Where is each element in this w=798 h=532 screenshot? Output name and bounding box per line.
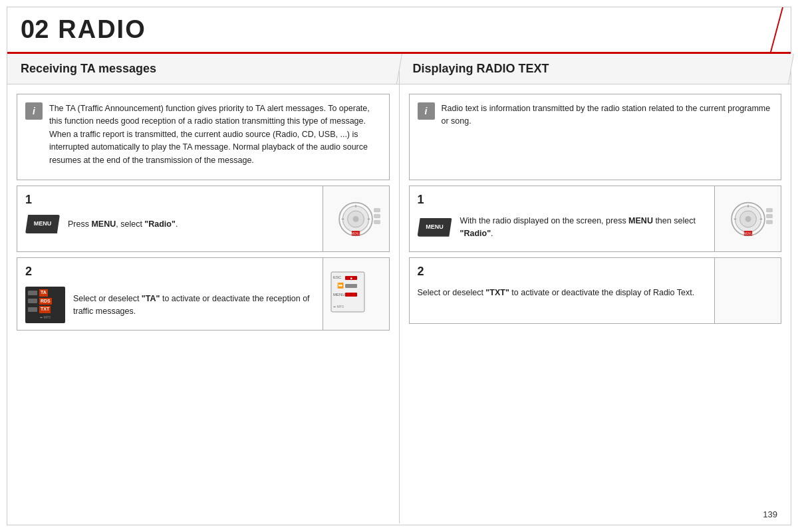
step2-content-right: 2 Select or deselect "TXT" to activate o…: [410, 258, 715, 323]
ta-row-1: TA: [28, 289, 63, 297]
step1-box-left: 1 MENU Press MENU, select "Radio".: [17, 186, 390, 252]
radio-dial-svg-left1: MENU: [329, 196, 382, 242]
section-left-title: Receiving TA messages: [21, 62, 156, 75]
header-diagonal-decoration: [732, 7, 783, 52]
svg-text:⏩: ⏩: [337, 282, 344, 289]
svg-rect-18: [345, 284, 357, 288]
section-right-title: Displaying RADIO TEXT: [413, 62, 549, 75]
svg-rect-31: [766, 214, 772, 217]
content-area: i The TA (Traffic Announcement) function…: [7, 84, 791, 523]
menu-button-icon-right1: MENU: [418, 218, 452, 237]
step1-content-right: 1 MENU With the radio displayed on the s…: [410, 186, 715, 251]
step2-instruction-left: TA RDS TXT ⬌ MP3 Sel: [25, 287, 315, 323]
step2-text-right: Select or deselect "TXT" to activate or …: [418, 287, 695, 299]
chapter-number: 02: [21, 15, 49, 44]
radio-dial-svg-right1: MENU: [722, 196, 775, 242]
info-text-left: The TA (Traffic Announcement) function g…: [49, 102, 381, 172]
svg-rect-30: [766, 208, 772, 211]
info-box-left: i The TA (Traffic Announcement) function…: [17, 94, 390, 180]
content-col-left: i The TA (Traffic Announcement) function…: [7, 84, 400, 523]
svg-text:MENU: MENU: [333, 293, 345, 297]
txt-label: TXT: [39, 306, 51, 313]
svg-text:⬌ MP3: ⬌ MP3: [333, 305, 344, 309]
svg-text:ESC: ESC: [333, 275, 342, 279]
section-header-right: Displaying RADIO TEXT: [400, 54, 791, 84]
svg-point-3: [353, 216, 359, 222]
step1-text-left: Press MENU, select "Radio".: [68, 218, 178, 231]
svg-rect-9: [374, 214, 380, 217]
svg-rect-10: [374, 220, 380, 223]
step2-number-left: 2: [25, 265, 315, 279]
svg-rect-8: [374, 208, 380, 211]
rds-bar-icon: [28, 299, 37, 303]
svg-text:MENU: MENU: [743, 232, 752, 235]
info-icon-right: i: [418, 102, 435, 120]
txt-bar-icon: [28, 307, 37, 312]
svg-rect-20: [345, 293, 357, 297]
step1-instruction-left: MENU Press MENU, select "Radio".: [25, 215, 315, 233]
svg-text:■: ■: [350, 276, 352, 280]
info-text-right: Radio text is information transmitted by…: [442, 102, 773, 172]
menu-screen-svg-left2: ESC ■ ⏩ MENU ⬌ MP3: [328, 271, 384, 317]
info-box-right: i Radio text is information transmitted …: [409, 94, 782, 180]
svg-point-25: [745, 216, 751, 222]
step1-content-left: 1 MENU Press MENU, select "Radio".: [17, 186, 323, 251]
step2-box-right: 2 Select or deselect "TXT" to activate o…: [409, 257, 782, 324]
step1-instruction-right: MENU With the radio displayed on the scr…: [418, 215, 707, 240]
step2-instruction-right: Select or deselect "TXT" to activate or …: [418, 287, 707, 299]
ta-menu-screen: TA RDS TXT ⬌ MP3: [25, 287, 65, 323]
chapter-title: RADIO: [58, 15, 146, 44]
step2-text-left: Select or deselect "TA" to activate or d…: [73, 293, 315, 318]
step2-image-right: [714, 258, 781, 323]
page-header: 02 RADIO: [7, 7, 791, 54]
step2-content-left: 2 TA RDS: [17, 258, 323, 330]
section-header-left: Receiving TA messages: [7, 54, 400, 84]
content-col-right: i Radio text is information transmitted …: [400, 84, 791, 523]
svg-rect-32: [766, 220, 772, 223]
txt-row: TXT: [28, 306, 63, 313]
page-number: 139: [763, 509, 777, 519]
mp3-label: ⬌ MP3: [28, 315, 63, 321]
step1-image-left: MENU: [323, 186, 389, 251]
sections-row: Receiving TA messages Displaying RADIO T…: [7, 54, 791, 84]
info-icon-left: i: [25, 102, 43, 120]
step1-box-right: 1 MENU With the radio displayed on the s…: [409, 186, 782, 252]
step1-number-right: 1: [418, 193, 707, 207]
ta-bar-icon: [28, 291, 37, 295]
step1-text-right: With the radio displayed on the screen, …: [460, 215, 707, 240]
rds-label: RDS: [39, 298, 52, 305]
svg-text:MENU: MENU: [351, 232, 360, 235]
step2-number-right: 2: [418, 265, 707, 279]
step2-box-left: 2 TA RDS: [17, 257, 390, 331]
step2-image-left: ESC ■ ⏩ MENU ⬌ MP3: [323, 258, 389, 330]
step1-image-right: MENU: [714, 186, 781, 251]
page-container: 02 RADIO Receiving TA messages Displayin…: [7, 7, 791, 525]
ta-label: TA: [39, 289, 48, 297]
menu-button-icon-left1: MENU: [25, 215, 60, 233]
rds-row: RDS: [28, 298, 63, 305]
step1-number-left: 1: [25, 193, 315, 207]
